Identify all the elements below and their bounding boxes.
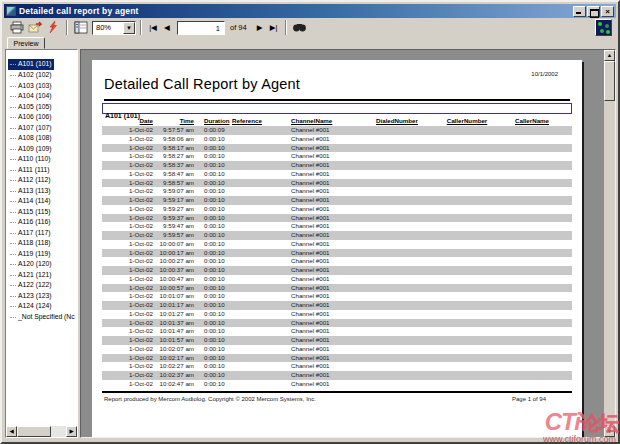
tree-item[interactable]: A124 (124) xyxy=(8,301,77,312)
cell-channelname: Channel #001 xyxy=(284,240,362,249)
cell-time: 9:59:27 am xyxy=(156,205,196,214)
table-header-row: Date Time Duration Reference ChannelName… xyxy=(102,116,572,125)
cell-channelname: Channel #001 xyxy=(284,371,362,380)
table-row: 1-Oct-02 9:58:37 am 0:00:10 Channel #001 xyxy=(102,161,572,170)
tree-item[interactable]: A103 (103) xyxy=(8,81,77,92)
cell-time: 10:02:47 am xyxy=(156,380,196,389)
tree-item[interactable]: A104 (104) xyxy=(8,91,77,102)
cell-reference xyxy=(232,249,284,258)
tree-item[interactable]: A120 (120) xyxy=(8,259,77,270)
cell-date: 1-Oct-02 xyxy=(102,319,156,328)
tree-item[interactable]: A106 (106) xyxy=(8,112,77,123)
cell-time: 9:58:06 am xyxy=(156,135,196,144)
cell-dialednumber xyxy=(362,284,432,293)
cell-date: 1-Oct-02 xyxy=(102,371,156,380)
window-title: Detailed call report by agent xyxy=(19,5,572,17)
tree-item-label: A105 (105) xyxy=(18,103,52,110)
cell-date: 1-Oct-02 xyxy=(102,196,156,205)
cell-callernumber xyxy=(432,319,502,328)
cell-callername xyxy=(502,292,562,301)
table-row: 1-Oct-02 9:59:27 am 0:00:10 Channel #001 xyxy=(102,205,572,214)
tree-item[interactable]: A115 (115) xyxy=(8,207,77,218)
scroll-up-icon[interactable]: ▲ xyxy=(604,50,615,61)
tab-preview[interactable]: Preview xyxy=(7,37,45,49)
table-row: 1-Oct-02 9:58:47 am 0:00:10 Channel #001 xyxy=(102,170,572,179)
refresh-button[interactable] xyxy=(44,19,62,36)
minimize-button[interactable] xyxy=(573,6,586,17)
tree-item[interactable]: A113 (113) xyxy=(8,186,77,197)
zoom-select[interactable]: 80% ▼ xyxy=(92,21,136,35)
table-row: 1-Oct-02 9:58:57 am 0:00:10 Channel #001 xyxy=(102,179,572,188)
tree-item[interactable]: A101 (101) xyxy=(8,59,54,70)
logo-icon[interactable] xyxy=(595,19,612,36)
cell-reference xyxy=(232,126,284,135)
tree-item[interactable]: A110 (110) xyxy=(8,154,77,165)
cell-duration: 0:00:10 xyxy=(196,135,232,144)
report-page-indicator: Page 1 of 94 xyxy=(512,396,546,402)
cell-dialednumber xyxy=(362,301,432,310)
tree-item[interactable]: A108 (108) xyxy=(8,133,77,144)
table-row: 1-Oct-02 10:00:07 am 0:00:10 Channel #00… xyxy=(102,240,572,249)
search-button[interactable] xyxy=(291,19,309,36)
cell-callernumber xyxy=(432,144,502,153)
last-page-button[interactable]: ▶| xyxy=(267,19,281,36)
tree-horizontal-scrollbar[interactable]: ◀ ▶ xyxy=(6,426,77,437)
tree-item[interactable]: A102 (102) xyxy=(8,70,77,81)
export-button[interactable] xyxy=(26,19,44,36)
chevron-down-icon[interactable]: ▼ xyxy=(123,22,135,34)
cell-dialednumber xyxy=(362,161,432,170)
tree-item[interactable]: _Not Specified (Nc xyxy=(8,312,77,323)
scrollbar-thumb[interactable] xyxy=(604,61,615,101)
tree-item-label: A106 (106) xyxy=(18,113,52,120)
cell-channelname: Channel #001 xyxy=(284,327,362,336)
restore-button[interactable] xyxy=(587,6,600,17)
scrollbar-thumb[interactable] xyxy=(17,426,51,437)
toolbar: 80% ▼ |◀ ◀ of 94 ▶ ▶| xyxy=(4,18,616,37)
close-button[interactable]: × xyxy=(601,6,614,17)
tree-item[interactable]: A116 (116) xyxy=(8,217,77,228)
refresh-icon xyxy=(47,21,59,34)
footer-rule xyxy=(102,391,572,393)
tree-item[interactable]: A112 (112) xyxy=(8,175,77,186)
cell-duration: 0:00:10 xyxy=(196,319,232,328)
first-page-button[interactable]: |◀ xyxy=(146,19,160,36)
cell-dialednumber xyxy=(362,371,432,380)
page-number-input[interactable] xyxy=(177,21,225,35)
preview-vertical-scrollbar[interactable]: ▲ ▼ xyxy=(604,50,615,437)
cell-channelname: Channel #001 xyxy=(284,345,362,354)
tree-item[interactable]: A119 (119) xyxy=(8,249,77,260)
tree-item[interactable]: A122 (122) xyxy=(8,280,77,291)
table-row: 1-Oct-02 9:58:17 am 0:00:10 Channel #001 xyxy=(102,144,572,153)
tree-item[interactable]: A107 (107) xyxy=(8,123,77,134)
tree-item[interactable]: A118 (118) xyxy=(8,238,77,249)
cell-duration: 0:00:10 xyxy=(196,301,232,310)
cell-callernumber xyxy=(432,266,502,275)
tree-item[interactable]: A121 (121) xyxy=(8,270,77,281)
prev-page-button[interactable]: ◀ xyxy=(160,19,174,36)
scroll-left-icon[interactable]: ◀ xyxy=(6,426,17,437)
cell-reference xyxy=(232,144,284,153)
cell-callername xyxy=(502,187,562,196)
toggle-group-tree-button[interactable] xyxy=(72,19,90,36)
cell-callername xyxy=(502,240,562,249)
tree-item[interactable]: A123 (123) xyxy=(8,291,77,302)
cell-callernumber xyxy=(432,327,502,336)
col-header-dialednumber: DialedNumber xyxy=(362,116,432,125)
cell-date: 1-Oct-02 xyxy=(102,135,156,144)
tree-item[interactable]: A114 (114) xyxy=(8,196,77,207)
next-page-button[interactable]: ▶ xyxy=(253,19,267,36)
scroll-right-icon[interactable]: ▶ xyxy=(66,426,77,437)
tree-item[interactable]: A105 (105) xyxy=(8,102,77,113)
table-row: 1-Oct-02 9:59:37 am 0:00:10 Channel #001 xyxy=(102,214,572,223)
tree-item-label: _Not Specified (Nc xyxy=(18,313,75,320)
tree-item-label: A124 (124) xyxy=(18,302,52,309)
print-button[interactable] xyxy=(8,19,26,36)
tree-item[interactable]: A117 (117) xyxy=(8,228,77,239)
tree-item[interactable]: A111 (111) xyxy=(8,165,77,176)
cell-callername xyxy=(502,231,562,240)
cell-time: 10:02:17 am xyxy=(156,354,196,363)
tree-item[interactable]: A109 (109) xyxy=(8,144,77,155)
cell-reference xyxy=(232,354,284,363)
cell-date: 1-Oct-02 xyxy=(102,327,156,336)
table-row: 1-Oct-02 9:58:27 am 0:00:10 Channel #001 xyxy=(102,152,572,161)
